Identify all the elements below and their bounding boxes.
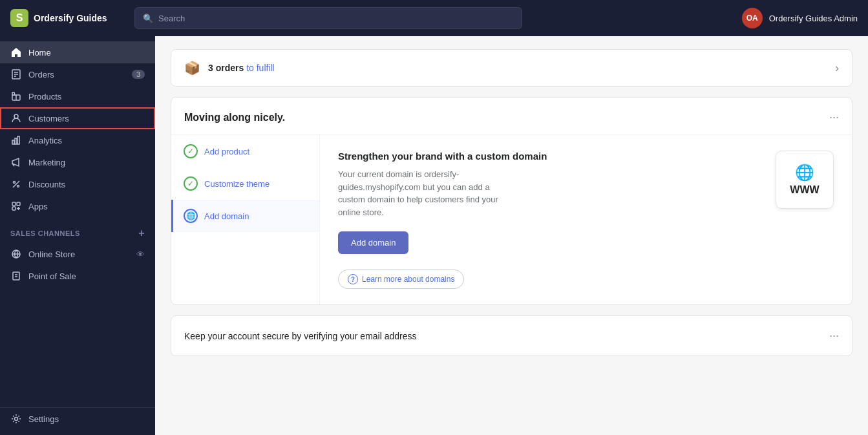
app-name: Ordersify Guides bbox=[34, 13, 107, 23]
progress-card-title: Moving along nicely. bbox=[184, 112, 285, 123]
sales-channels-header: SALES CHANNELS + bbox=[0, 217, 155, 243]
step-check-icon-customize: ✓ bbox=[184, 176, 198, 191]
step-add-product[interactable]: ✓ Add product bbox=[171, 135, 319, 167]
sidebar-item-orders[interactable]: Orders 3 bbox=[0, 63, 155, 85]
avatar[interactable]: OA bbox=[742, 8, 763, 28]
svg-point-6 bbox=[14, 114, 18, 118]
www-badge: 🌐 WWW bbox=[776, 151, 834, 209]
sidebar: Home Orders 3 Products Customers A bbox=[0, 36, 155, 435]
analytics-icon bbox=[10, 134, 22, 146]
sidebar-label-orders: Orders bbox=[28, 70, 54, 80]
progress-card: Moving along nicely. ··· ✓ Add product ✓… bbox=[171, 97, 852, 305]
sidebar-label-discounts: Discounts bbox=[28, 180, 65, 189]
sidebar-item-customers[interactable]: Customers bbox=[0, 107, 155, 129]
logo-area: S Ordersify Guides bbox=[10, 9, 127, 27]
svg-rect-20 bbox=[13, 272, 19, 280]
home-icon bbox=[10, 47, 22, 58]
sidebar-label-marketing: Marketing bbox=[28, 158, 65, 167]
step-check-icon-add-product: ✓ bbox=[184, 144, 198, 158]
user-area: OA Ordersify Guides Admin bbox=[742, 8, 858, 28]
svg-rect-7 bbox=[12, 140, 14, 144]
sales-channels-label: SALES CHANNELS bbox=[10, 229, 80, 237]
secure-card-menu-button[interactable]: ··· bbox=[829, 329, 839, 343]
step-detail-body: Your current domain is ordersify-guides.… bbox=[338, 168, 519, 218]
main-content: 📦 3 orders to fulfill › Moving along nic… bbox=[155, 36, 868, 435]
search-placeholder: Search bbox=[158, 14, 185, 23]
sidebar-bottom: Settings bbox=[0, 407, 155, 430]
sidebar-item-apps[interactable]: Apps bbox=[0, 195, 155, 217]
orders-icon bbox=[10, 69, 22, 80]
domain-icon-area: 🌐 WWW bbox=[776, 151, 834, 209]
sidebar-item-online-store[interactable]: Online Store 👁 bbox=[0, 243, 155, 265]
progress-card-body: ✓ Add product ✓ Customize theme 🌐 Add do… bbox=[171, 134, 852, 304]
marketing-icon bbox=[10, 156, 22, 168]
step-detail-area: 🌐 WWW Strengthen your brand with a custo… bbox=[320, 135, 852, 304]
eye-icon[interactable]: 👁 bbox=[136, 249, 145, 259]
sidebar-item-products[interactable]: Products bbox=[0, 85, 155, 107]
apps-icon bbox=[10, 200, 22, 212]
svg-rect-9 bbox=[17, 136, 19, 144]
orders-left: 📦 3 orders to fulfill bbox=[184, 60, 835, 76]
products-icon bbox=[10, 90, 22, 102]
shopify-logo-icon: S bbox=[10, 9, 28, 27]
sidebar-item-settings[interactable]: Settings bbox=[0, 408, 155, 430]
www-text: WWW bbox=[790, 184, 819, 196]
step-label-customize: Customize theme bbox=[204, 179, 270, 189]
svg-rect-14 bbox=[17, 202, 20, 206]
svg-point-11 bbox=[17, 186, 19, 187]
step-detail-heading: Strengthen your brand with a custom doma… bbox=[338, 151, 834, 162]
step-customize-theme[interactable]: ✓ Customize theme bbox=[171, 167, 319, 200]
step-label-add-product: Add product bbox=[204, 147, 249, 156]
search-icon: 🔍 bbox=[143, 14, 153, 23]
orders-fulfill-card[interactable]: 📦 3 orders to fulfill › bbox=[171, 49, 852, 87]
sidebar-label-home: Home bbox=[28, 48, 51, 58]
sidebar-item-point-of-sale[interactable]: Point of Sale bbox=[0, 265, 155, 287]
steps-list: ✓ Add product ✓ Customize theme 🌐 Add do… bbox=[171, 135, 320, 304]
secure-email-card: Keep your account secure by verifying yo… bbox=[171, 315, 852, 356]
learn-more-label: Learn more about domains bbox=[362, 275, 454, 284]
sidebar-label-customers: Customers bbox=[28, 114, 69, 123]
svg-rect-8 bbox=[15, 138, 17, 144]
sidebar-item-discounts[interactable]: Discounts bbox=[0, 173, 155, 195]
add-sales-channel-button[interactable]: + bbox=[138, 228, 145, 239]
discounts-icon bbox=[10, 178, 22, 190]
orders-chevron-icon: › bbox=[835, 61, 839, 75]
search-bar[interactable]: 🔍 Search bbox=[134, 7, 522, 29]
online-store-icon bbox=[10, 248, 22, 260]
progress-card-menu-button[interactable]: ··· bbox=[829, 111, 839, 124]
main-layout: Home Orders 3 Products Customers A bbox=[0, 36, 868, 435]
sidebar-label-products: Products bbox=[28, 92, 61, 101]
add-domain-button[interactable]: Add domain bbox=[338, 231, 408, 254]
orders-suffix: to fulfill bbox=[244, 63, 274, 73]
svg-point-23 bbox=[15, 418, 18, 421]
sidebar-label-settings: Settings bbox=[28, 414, 59, 424]
orders-text: 3 orders to fulfill bbox=[208, 63, 275, 73]
svg-rect-15 bbox=[12, 207, 16, 210]
svg-point-10 bbox=[14, 182, 16, 184]
secure-card-title: Keep your account secure by verifying yo… bbox=[184, 331, 417, 341]
sidebar-label-apps: Apps bbox=[28, 202, 48, 211]
svg-rect-13 bbox=[12, 202, 16, 206]
www-globe-icon: 🌐 bbox=[795, 164, 814, 182]
settings-icon bbox=[10, 413, 22, 425]
orders-badge: 3 bbox=[132, 70, 145, 79]
orders-card-icon: 📦 bbox=[184, 60, 200, 76]
step-globe-icon-domain: 🌐 bbox=[184, 209, 198, 223]
pos-icon bbox=[10, 270, 22, 282]
top-nav: S Ordersify Guides 🔍 Search OA Ordersify… bbox=[0, 0, 868, 36]
step-label-domain: Add domain bbox=[204, 211, 249, 221]
progress-card-header: Moving along nicely. ··· bbox=[171, 98, 852, 134]
learn-more-link[interactable]: ? Learn more about domains bbox=[338, 270, 464, 289]
sidebar-item-home[interactable]: Home bbox=[0, 41, 155, 63]
sidebar-label-pos: Point of Sale bbox=[28, 271, 76, 281]
customers-icon bbox=[10, 112, 22, 124]
sidebar-item-analytics[interactable]: Analytics bbox=[0, 129, 155, 151]
user-name: Ordersify Guides Admin bbox=[769, 14, 858, 23]
step-add-domain[interactable]: 🌐 Add domain bbox=[171, 200, 319, 232]
sidebar-label-online-store: Online Store bbox=[28, 249, 75, 259]
sidebar-item-marketing[interactable]: Marketing bbox=[0, 151, 155, 173]
svg-line-12 bbox=[13, 181, 19, 187]
orders-count: 3 orders bbox=[208, 63, 244, 73]
help-icon: ? bbox=[348, 274, 358, 284]
sidebar-label-analytics: Analytics bbox=[28, 136, 62, 145]
